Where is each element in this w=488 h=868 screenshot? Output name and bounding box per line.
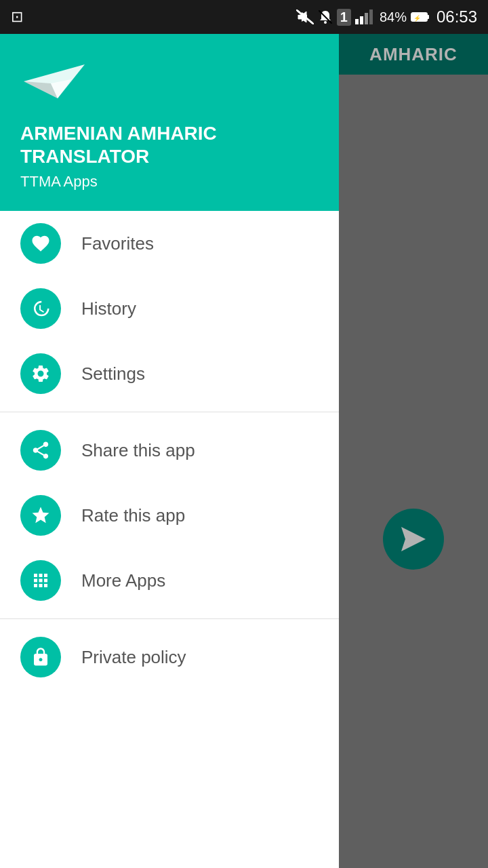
svg-rect-7: [369, 9, 373, 24]
signal-icon: [355, 9, 375, 24]
gear-icon: [30, 363, 51, 384]
status-bar: ⊡ 1 84% ⚡ 06:53: [0, 0, 488, 34]
app-developer: TTMA Apps: [20, 173, 319, 191]
more-apps-label: More Apps: [81, 570, 165, 591]
svg-rect-6: [365, 13, 368, 24]
drawer-overlay[interactable]: [339, 34, 488, 868]
mute-icon: [296, 9, 314, 24]
menu-item-share[interactable]: Share this app: [0, 418, 339, 483]
menu-item-history[interactable]: History: [0, 276, 339, 341]
divider-2: [0, 618, 339, 619]
star-icon: [30, 505, 51, 526]
svg-rect-9: [427, 15, 429, 19]
battery-text: 84%: [380, 9, 407, 25]
privacy-label: Private policy: [81, 647, 186, 668]
divider-1: [0, 412, 339, 412]
share-label: Share this app: [81, 440, 195, 461]
clock-icon: [30, 298, 51, 319]
notification-muted-icon: [318, 9, 333, 24]
menu-item-favorites[interactable]: Favorites: [0, 211, 339, 276]
tertiary-menu-section: Private policy: [0, 625, 339, 690]
secondary-menu-section: Share this app Rate this app: [0, 418, 339, 613]
svg-point-2: [324, 21, 327, 24]
app-logo: [20, 54, 319, 111]
apps-grid-icon: [30, 570, 51, 591]
share-icon: [30, 440, 51, 460]
battery-icon: ⚡: [411, 12, 430, 22]
history-label: History: [81, 298, 136, 319]
settings-icon-circle: [20, 353, 61, 394]
lock-icon: [30, 647, 51, 667]
menu-item-privacy[interactable]: Private policy: [0, 625, 339, 690]
screen-icon: ⊡: [11, 8, 23, 26]
rate-label: Rate this app: [81, 505, 185, 526]
main-screen: AMHARIC ARMENIAN AMHARIC TR: [0, 34, 488, 868]
drawer-header: ARMENIAN AMHARIC TRANSLATOR TTMA Apps: [0, 34, 339, 211]
status-time: 06:53: [436, 7, 477, 26]
svg-text:⚡: ⚡: [413, 14, 422, 22]
share-icon-circle: [20, 430, 61, 471]
menu-item-rate[interactable]: Rate this app: [0, 483, 339, 548]
app-title: ARMENIAN AMHARIC TRANSLATOR: [20, 122, 319, 167]
rate-icon-circle: [20, 495, 61, 536]
menu-item-settings[interactable]: Settings: [0, 341, 339, 406]
privacy-icon-circle: [20, 637, 61, 677]
more-apps-icon-circle: [20, 560, 61, 601]
navigation-drawer: ARMENIAN AMHARIC TRANSLATOR TTMA Apps Fa…: [0, 34, 339, 868]
heart-icon: [30, 233, 51, 254]
svg-rect-4: [355, 19, 359, 24]
svg-rect-5: [360, 16, 363, 24]
history-icon-circle: [20, 288, 61, 329]
settings-label: Settings: [81, 363, 145, 384]
favorites-label: Favorites: [81, 233, 154, 254]
sim-badge: 1: [337, 9, 351, 26]
primary-menu-section: Favorites History: [0, 211, 339, 406]
menu-item-more-apps[interactable]: More Apps: [0, 548, 339, 613]
drawer-menu: Favorites History: [0, 211, 339, 868]
favorites-icon-circle: [20, 223, 61, 264]
